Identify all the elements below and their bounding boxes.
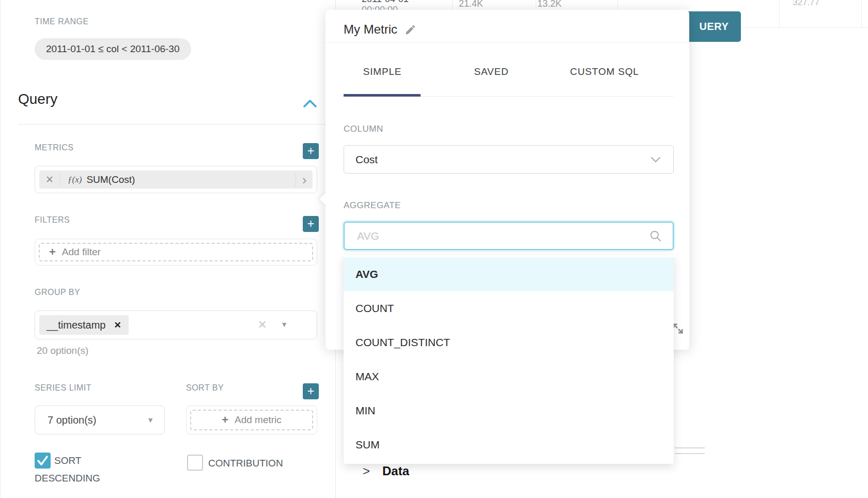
add-sort-metric-button[interactable]: +	[303, 383, 319, 399]
metrics-container: ✕ ƒ(x) SUM(Cost) ›	[35, 166, 317, 193]
panel-divider-line	[675, 447, 705, 448]
edit-pencil-icon[interactable]	[405, 24, 416, 36]
check-icon	[35, 453, 51, 469]
group-by-hint: 20 option(s)	[37, 345, 88, 356]
aggregate-input[interactable]	[356, 229, 649, 243]
data-panel-title: Data	[382, 464, 409, 478]
function-icon: ƒ(x)	[68, 175, 82, 185]
add-sort-metric-text: Add metric	[235, 414, 282, 426]
table-cell-value: 13.2K	[537, 0, 562, 9]
chevron-right-icon[interactable]: ›	[296, 173, 313, 186]
group-by-select[interactable]: __timestamp ✕ ✕ ▼	[35, 310, 317, 339]
series-limit-label: SERIES LIMIT	[35, 383, 91, 393]
table-cell-value: 21.4K	[459, 0, 483, 9]
search-icon	[649, 229, 662, 243]
tab-simple[interactable]: SIMPLE	[344, 66, 421, 77]
panel-divider-line	[675, 453, 705, 454]
popover-header-divider	[326, 42, 689, 43]
add-metric-button[interactable]: +	[303, 143, 319, 159]
chevron-right-icon[interactable]: >	[363, 464, 370, 478]
sort-descending-label-line2: DESCENDING	[35, 473, 100, 484]
explore-screen: 2011-04-01 00:00:00 21.4K 13.2K 327.77 U…	[0, 0, 868, 498]
query-control-panel: TIME RANGE 2011-01-01 ≤ col < 2011-06-30…	[0, 0, 336, 498]
aggregate-option[interactable]: SUM	[344, 428, 674, 462]
chevron-up-icon[interactable]	[303, 99, 317, 108]
popover-title: My Metric	[344, 22, 397, 37]
contribution-checkbox[interactable]	[187, 455, 203, 471]
add-filter-dropzone[interactable]: + Add filter	[39, 243, 313, 261]
metrics-label: METRICS	[35, 143, 74, 152]
tab-saved[interactable]: SAVED	[454, 66, 529, 77]
aggregate-option[interactable]: MAX	[344, 360, 674, 394]
aggregate-options-menu: AVG COUNT COUNT_DISTINCT MAX MIN SUM	[344, 255, 674, 464]
query-section-title: Query	[18, 91, 57, 107]
table-column-border	[861, 0, 862, 27]
data-panel-header[interactable]: > Data	[363, 464, 409, 478]
time-range-label: TIME RANGE	[35, 17, 89, 26]
caret-down-icon[interactable]: ▼	[281, 320, 288, 329]
aggregate-option[interactable]: COUNT_DISTINCT	[344, 325, 674, 360]
filters-label: FILTERS	[35, 215, 70, 225]
remove-tag-icon[interactable]: ✕	[114, 320, 121, 331]
column-label: COLUMN	[344, 124, 383, 134]
remove-metric-icon[interactable]: ✕	[39, 174, 60, 185]
contribution-label: CONTRIBUTION	[208, 458, 283, 469]
clear-icon[interactable]: ✕	[258, 318, 267, 332]
plus-icon: +	[49, 245, 56, 259]
sort-descending-checkbox[interactable]	[35, 453, 51, 469]
metric-pill[interactable]: ✕ ƒ(x) SUM(Cost) ›	[39, 170, 313, 189]
add-filter-text: Add filter	[62, 246, 101, 258]
aggregate-combobox[interactable]	[344, 222, 674, 250]
metric-name: SUM(Cost)	[86, 174, 135, 185]
series-limit-value: 7 option(s)	[48, 414, 97, 426]
caret-down-icon: ▼	[147, 416, 154, 424]
group-by-label: GROUP BY	[35, 288, 80, 297]
group-by-tag-text: __timestamp	[47, 319, 106, 331]
aggregate-option[interactable]: COUNT	[344, 291, 674, 325]
active-tab-underline	[344, 94, 421, 97]
sort-descending-label-line1: SORT	[54, 455, 81, 466]
series-limit-select[interactable]: 7 option(s) ▼	[35, 406, 165, 434]
sort-by-label: SORT BY	[186, 383, 224, 393]
add-sort-metric-dropzone[interactable]: + Add metric	[190, 410, 313, 430]
run-query-button[interactable]: UERY	[687, 11, 741, 42]
table-cell-value: 327.77	[793, 0, 819, 8]
group-by-tag[interactable]: __timestamp ✕	[39, 315, 129, 335]
section-divider	[18, 124, 335, 125]
plus-icon: +	[222, 413, 228, 427]
aggregate-option[interactable]: MIN	[344, 394, 674, 428]
aggregate-option[interactable]: AVG	[344, 257, 674, 291]
add-filter-button[interactable]: +	[303, 216, 319, 232]
filters-container: + Add filter	[35, 239, 317, 266]
chevron-down-icon	[650, 157, 661, 163]
tab-custom-sql[interactable]: CUSTOM SQL	[557, 66, 652, 77]
time-range-value[interactable]: 2011-01-01 ≤ col < 2011-06-30	[35, 38, 191, 60]
aggregate-label: AGGREGATE	[344, 200, 401, 211]
column-select[interactable]: Cost	[344, 145, 674, 174]
column-value: Cost	[355, 153, 378, 166]
table-column-border	[779, 0, 780, 27]
sort-by-container: + Add metric	[186, 406, 317, 434]
